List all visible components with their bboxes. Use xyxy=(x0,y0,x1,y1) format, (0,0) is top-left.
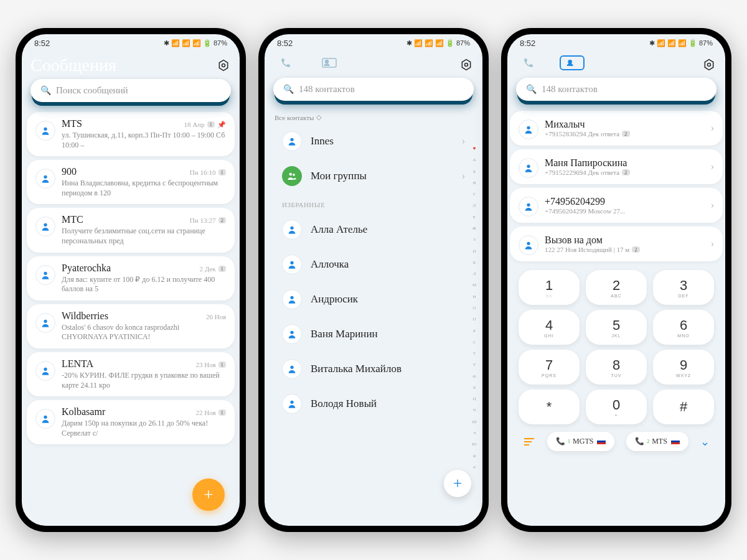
message-preview: ул. Тушинская, д.11, корп.3 Пн-Пт 10:00 … xyxy=(62,131,226,150)
contact-item[interactable]: Андрюсик xyxy=(270,282,477,317)
status-bar: 8:52 ✱📶📶📶🔋87% xyxy=(507,34,725,52)
flag-ru-icon xyxy=(597,439,606,444)
call-details: 122 27 Ноя Исходящий | 17 м 2 xyxy=(545,246,705,253)
filter-row[interactable]: Все контакты◇ xyxy=(265,111,482,124)
contact-item[interactable]: Володя Новый xyxy=(270,386,477,421)
person-icon xyxy=(519,119,538,139)
contact-item[interactable]: Ваня Маринин xyxy=(270,317,477,352)
sim1-call-button[interactable]: 📞1 MGTS xyxy=(547,432,614,451)
clock: 8:52 xyxy=(520,39,535,48)
phone-dialer: 8:52 ✱📶📶📶🔋87% 🔍 xyxy=(501,28,731,532)
message-item[interactable]: Pyaterochka 2 Дек 1 Для вас: купите от 1… xyxy=(27,256,235,301)
person-icon xyxy=(35,409,55,429)
person-icon xyxy=(35,169,55,189)
search-placeholder: 148 контактов xyxy=(542,84,598,95)
person-icon xyxy=(282,220,302,240)
search-icon: 🔍 xyxy=(40,85,51,96)
sender-name: LENTA xyxy=(62,358,93,370)
message-list: MTS 18 Апр 1 📌 ул. Тушинская, д.11, корп… xyxy=(22,112,240,526)
message-preview: -20% КУРИН. ФИЛЕ грудки в упаковке по ва… xyxy=(62,371,226,390)
tab-phone-icon[interactable] xyxy=(273,55,298,70)
message-item[interactable]: 900 Пн 16:10 1 Инна Владиславовна, креди… xyxy=(27,160,235,204)
person-icon xyxy=(35,265,55,285)
contact-name: Аллочка xyxy=(311,258,465,271)
message-item[interactable]: MTS 18 Апр 1 📌 ул. Тушинская, д.11, корп… xyxy=(27,112,235,156)
keypad-key-6[interactable]: 6MNO xyxy=(653,310,714,345)
search-box[interactable]: 🔍 Поиск сообщений xyxy=(31,79,231,102)
sim-row: 📞1 MGTS 📞2 MTS ⌄ xyxy=(507,427,725,461)
search-box[interactable]: 🔍 148 контактов xyxy=(273,78,474,101)
keypad-key-1[interactable]: 1○○ xyxy=(519,270,580,305)
svg-point-2 xyxy=(44,128,47,131)
call-name: Вызов на дом xyxy=(545,235,705,246)
person-icon xyxy=(519,235,538,255)
message-meta: 2 Дек 1 xyxy=(199,265,226,273)
keypad-key-*[interactable]: * xyxy=(519,390,580,424)
settings-icon[interactable] xyxy=(216,58,231,73)
sim2-call-button[interactable]: 📞2 MTS xyxy=(626,432,688,451)
page-title: Сообщения xyxy=(31,55,116,75)
message-item[interactable]: МТС Пн 13:27 2 Получите безлимитные соц.… xyxy=(27,208,235,252)
sender-name: МТС xyxy=(62,214,83,225)
call-log-item[interactable]: Михалыч +79152836294 Дек ответа 2 › xyxy=(510,111,723,146)
person-icon xyxy=(519,158,538,178)
chevron-right-icon: › xyxy=(711,238,714,250)
tab-contacts-icon[interactable] xyxy=(317,55,342,70)
search-box[interactable]: 🔍 148 контактов xyxy=(516,78,716,101)
keypad-key-8[interactable]: 8TUV xyxy=(586,350,647,385)
svg-point-8 xyxy=(44,416,47,419)
keypad-key-0[interactable]: 0+ xyxy=(586,390,647,424)
contact-item[interactable]: Алла Ателье xyxy=(270,212,477,247)
contact-item-groups[interactable]: Мои группы › xyxy=(270,159,477,194)
tab-contacts-icon-active[interactable] xyxy=(560,55,585,70)
svg-point-10 xyxy=(326,60,329,63)
message-item[interactable]: Wildberries 26 Ноя Ostalos' 6 chasov do … xyxy=(27,304,235,348)
message-meta: 22 Ноя 1 xyxy=(195,409,226,416)
chevron-down-icon[interactable]: ⌄ xyxy=(700,435,710,449)
contact-item[interactable]: Аллочка xyxy=(270,247,477,282)
svg-point-19 xyxy=(290,331,293,334)
contact-item-innes[interactable]: Innes › xyxy=(270,124,477,159)
keypad-key-3[interactable]: 3DEF xyxy=(653,270,714,305)
person-icon xyxy=(35,121,55,141)
message-meta: 23 Ноя 1 xyxy=(195,361,226,368)
person-icon xyxy=(282,254,302,274)
keypad-key-2[interactable]: 2ABC xyxy=(586,270,647,305)
search-placeholder: 148 контактов xyxy=(299,84,355,95)
flag-ru-icon xyxy=(671,439,680,444)
call-name: Маня Папироскина xyxy=(545,157,705,169)
message-item[interactable]: LENTA 23 Ноя 1 -20% КУРИН. ФИЛЕ грудки в… xyxy=(27,352,235,396)
person-icon xyxy=(282,131,302,151)
contact-name: Алла Ателье xyxy=(311,223,465,236)
call-log-item[interactable]: Маня Папироскина +79152229694 Дек ответа… xyxy=(510,149,723,184)
keypad-key-9[interactable]: 9WXYZ xyxy=(653,350,714,385)
keypad-key-7[interactable]: 7PQRS xyxy=(519,350,580,385)
svg-point-4 xyxy=(44,223,47,226)
call-name: Михалыч xyxy=(545,119,705,130)
settings-icon[interactable] xyxy=(459,57,474,72)
svg-point-16 xyxy=(290,226,293,230)
message-item[interactable]: Kolbasamr 22 Ноя 1 Дарим 150р на покупки… xyxy=(27,400,235,444)
svg-point-20 xyxy=(290,366,293,369)
contact-name: Андрюсик xyxy=(311,293,465,306)
compose-fab[interactable]: + xyxy=(192,478,225,511)
call-log-item[interactable]: +74956204299 +74956204299 Moscow 27... › xyxy=(510,188,723,223)
svg-point-13 xyxy=(290,138,293,141)
svg-marker-11 xyxy=(462,60,470,70)
person-icon xyxy=(35,361,55,381)
status-icons: ✱📶📶📶🔋87% xyxy=(649,39,713,47)
message-meta: Пн 13:27 2 xyxy=(190,217,226,224)
contact-item[interactable]: Виталька Михайлов xyxy=(270,352,477,386)
person-icon xyxy=(519,197,538,217)
tab-phone-icon[interactable] xyxy=(516,55,541,70)
keypad-key-#[interactable]: # xyxy=(653,390,714,424)
call-log-item[interactable]: Вызов на дом 122 27 Ноя Исходящий | 17 м… xyxy=(510,226,723,261)
svg-point-5 xyxy=(44,271,47,274)
keypad-key-4[interactable]: 4GHI xyxy=(519,310,580,345)
menu-icon[interactable] xyxy=(523,437,535,447)
call-details: +79152229694 Дек ответа 2 xyxy=(545,169,705,176)
settings-icon[interactable] xyxy=(702,57,716,72)
keypad-key-5[interactable]: 5JKL xyxy=(586,310,647,345)
alpha-index[interactable]: ♥AБВГДЕЖЗИКЛМНОПРСТУФХЦЧШЭЮЯ# xyxy=(470,146,479,470)
add-contact-fab[interactable]: + xyxy=(444,470,471,497)
